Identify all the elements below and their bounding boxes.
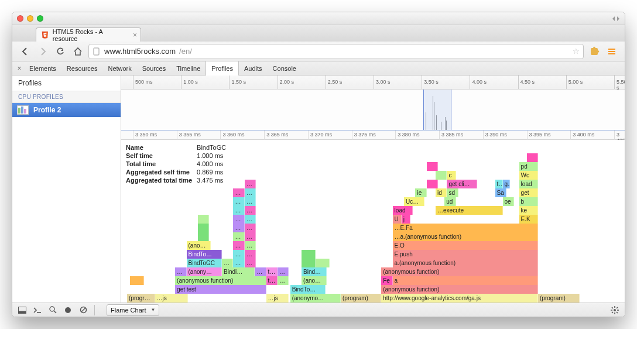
- flame-frame[interactable]: BindTo…: [290, 285, 326, 294]
- flame-frame[interactable]: [302, 259, 316, 267]
- flame-frame[interactable]: Fe: [381, 276, 392, 285]
- devtools-tab-elements[interactable]: Elements: [24, 61, 61, 75]
- flame-frame[interactable]: BindTo…: [187, 250, 222, 259]
- devtools-tab-resources[interactable]: Resources: [61, 61, 103, 75]
- flame-frame[interactable]: …js: [266, 294, 289, 303]
- devtools-tab-sources[interactable]: Sources: [137, 61, 171, 75]
- flame-frame[interactable]: (program): [341, 294, 381, 303]
- flame-frame[interactable]: [316, 259, 330, 267]
- flame-frame[interactable]: …: [233, 241, 244, 250]
- record-button[interactable]: [61, 304, 74, 316]
- flame-frame[interactable]: …E.Fa: [393, 224, 538, 232]
- flame-frame[interactable]: Wc: [519, 171, 538, 180]
- flame-frame[interactable]: …: [245, 241, 256, 250]
- flame-frame[interactable]: …: [175, 267, 186, 276]
- extension-icon[interactable]: [587, 44, 601, 59]
- detail-ruler[interactable]: 3 350 ms3 355 ms3 360 ms3 365 ms3 370 ms…: [121, 131, 625, 140]
- flame-frame[interactable]: …js: [155, 294, 188, 303]
- flame-frame[interactable]: …: [245, 259, 256, 267]
- flame-frame[interactable]: sd: [447, 188, 458, 197]
- dock-button[interactable]: [16, 304, 29, 316]
- flame-frame[interactable]: …: [233, 188, 244, 197]
- flame-frame[interactable]: [427, 180, 438, 188]
- flame-frame[interactable]: …: [245, 188, 256, 197]
- search-button[interactable]: [46, 304, 59, 316]
- reload-button[interactable]: [53, 44, 67, 59]
- flame-frame[interactable]: …: [245, 215, 256, 224]
- forward-button[interactable]: [36, 44, 50, 59]
- settings-button[interactable]: [608, 304, 621, 316]
- window-zoom-button[interactable]: [37, 15, 43, 22]
- devtools-tab-network[interactable]: Network: [102, 61, 136, 75]
- clear-button[interactable]: [77, 304, 90, 316]
- flame-frame[interactable]: …: [278, 276, 289, 285]
- flame-frame[interactable]: get cli…: [447, 180, 477, 188]
- flame-frame[interactable]: …a.(anonymous function): [393, 232, 538, 241]
- tab-close-icon[interactable]: ×: [133, 31, 137, 39]
- devtools-close-icon[interactable]: ×: [15, 64, 24, 73]
- flame-frame[interactable]: …: [233, 232, 244, 241]
- devtools-tab-profiles[interactable]: Profiles: [206, 61, 239, 75]
- flame-frame[interactable]: j: [402, 215, 410, 224]
- flame-frame[interactable]: (anonymo…: [290, 294, 341, 303]
- flame-frame[interactable]: …: [233, 250, 244, 259]
- flame-frame[interactable]: Bindi…: [222, 267, 255, 276]
- flame-frame[interactable]: E.K: [519, 215, 538, 224]
- flame-frame[interactable]: [198, 224, 209, 232]
- flame-frame[interactable]: U: [393, 215, 402, 224]
- flame-frame[interactable]: …: [233, 259, 244, 267]
- flame-frame[interactable]: ud: [444, 197, 456, 206]
- window-minimize-button[interactable]: [27, 15, 33, 22]
- star-icon[interactable]: ☆: [573, 47, 580, 56]
- flame-frame[interactable]: ta…: [266, 276, 278, 285]
- flame-frame[interactable]: [198, 232, 209, 241]
- flame-frame[interactable]: BindToGC: [187, 259, 222, 267]
- flame-frame[interactable]: te: [495, 180, 503, 188]
- flame-frame[interactable]: Sa: [495, 188, 506, 197]
- flame-frame[interactable]: E.push: [393, 250, 538, 259]
- flame-frame[interactable]: id: [436, 188, 447, 197]
- flame-frame[interactable]: …execute: [436, 206, 502, 215]
- flame-frame[interactable]: (program): [538, 294, 580, 303]
- fullscreen-icon[interactable]: [612, 16, 620, 22]
- view-mode-dropdown[interactable]: Flame Chart ▼: [107, 304, 159, 316]
- home-button[interactable]: [71, 44, 85, 59]
- flame-frame[interactable]: (progr…: [127, 294, 155, 303]
- devtools-tab-timeline[interactable]: Timeline: [171, 61, 206, 75]
- flame-frame[interactable]: Uc…: [404, 197, 424, 206]
- flame-frame[interactable]: http://www.google-analytics.com/ga.js: [381, 294, 538, 303]
- flame-frame[interactable]: load: [393, 206, 413, 215]
- flame-frame[interactable]: …: [245, 250, 256, 259]
- flame-frame[interactable]: gf: [503, 180, 511, 188]
- flame-frame[interactable]: [436, 171, 447, 180]
- flame-frame[interactable]: b: [519, 197, 538, 206]
- flame-frame[interactable]: (anonymous function): [381, 285, 538, 294]
- flame-frame[interactable]: E.O: [393, 241, 538, 250]
- devtools-tab-audits[interactable]: Audits: [239, 61, 268, 75]
- back-button[interactable]: [18, 44, 32, 59]
- flame-frame[interactable]: …: [245, 206, 256, 215]
- flame-frame[interactable]: (ano…: [302, 276, 327, 285]
- flame-frame[interactable]: …: [233, 197, 244, 206]
- flame-frame[interactable]: get: [519, 188, 538, 197]
- flame-frame[interactable]: …: [245, 197, 256, 206]
- address-bar[interactable]: www.html5rocks.com/en/ ☆: [88, 44, 584, 59]
- flame-frame[interactable]: …: [245, 224, 256, 232]
- flame-frame[interactable]: a: [393, 276, 538, 285]
- flame-frame[interactable]: …: [245, 180, 256, 188]
- flame-frame[interactable]: (anony…: [187, 267, 222, 276]
- flame-frame[interactable]: c: [447, 171, 456, 180]
- flame-frame[interactable]: ke: [519, 206, 538, 215]
- profile-item[interactable]: Profile 2: [12, 103, 121, 117]
- flame-frame[interactable]: a.(anonymous function): [393, 259, 538, 267]
- flame-frame[interactable]: …: [245, 232, 256, 241]
- browser-tab[interactable]: HTML5 Rocks - A resource ×: [36, 28, 141, 42]
- flame-frame[interactable]: …: [233, 224, 244, 232]
- flame-frame[interactable]: [302, 250, 316, 259]
- flame-chart-area[interactable]: NameBindToGCSelf time1.000 msTotal time4…: [121, 140, 625, 303]
- flame-frame[interactable]: load: [519, 180, 538, 188]
- flame-frame[interactable]: pd: [519, 162, 538, 171]
- flame-frame[interactable]: [527, 153, 538, 162]
- flame-frame[interactable]: get test: [175, 285, 266, 294]
- console-toggle-button[interactable]: [31, 304, 44, 316]
